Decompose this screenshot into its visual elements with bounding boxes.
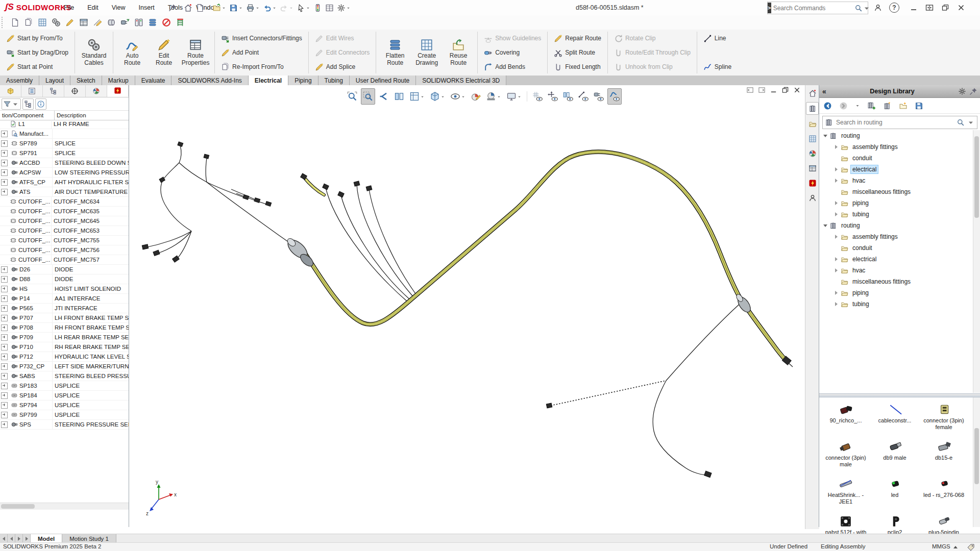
tab-piping[interactable]: Piping (288, 76, 318, 85)
open-button[interactable] (211, 1, 227, 14)
forward-button[interactable] (839, 102, 848, 110)
child-minimize-icon[interactable] (770, 86, 777, 94)
dock-pane-left-icon[interactable] (746, 86, 754, 94)
expand-icon[interactable] (1, 189, 8, 195)
electrical-manager-button[interactable] (8, 16, 21, 29)
command-search-input[interactable] (771, 5, 854, 12)
expand-icon[interactable] (1, 402, 8, 409)
library-item[interactable]: db9 male (871, 436, 918, 461)
model-tab-nav-next[interactable] (15, 534, 23, 543)
view-palette-tab[interactable] (806, 133, 818, 144)
zoom-to-fit-button[interactable] (346, 89, 359, 104)
minimize-button[interactable] (910, 4, 918, 12)
ribbon-repair-route-button[interactable]: Repair Route (552, 32, 603, 45)
expand-icon[interactable] (1, 179, 8, 186)
file-explorer-tab[interactable] (806, 118, 818, 130)
expand-icon[interactable] (1, 295, 8, 302)
appearances-scenes-tab[interactable] (806, 147, 818, 159)
model-tab-nav-prev[interactable] (8, 534, 15, 543)
expand-icon[interactable] (1, 286, 8, 292)
library-item[interactable]: cableconstr... (871, 398, 918, 424)
library-search-caret-icon[interactable] (967, 118, 975, 127)
child-restore-icon[interactable] (781, 86, 789, 94)
hide-show-items-button[interactable] (449, 89, 467, 104)
tree-item-piping[interactable]: piping (819, 197, 972, 209)
insert-cylinder-button[interactable] (104, 16, 118, 29)
back-button[interactable] (823, 102, 832, 110)
feature-manager-tab[interactable] (0, 85, 21, 97)
ribbon-create-drawing-button[interactable]: CreateDrawing (411, 36, 443, 69)
model-tab-motion-study-1[interactable]: Motion Study 1 (62, 534, 116, 543)
expand-icon[interactable] (1, 412, 8, 418)
solidworks-electrical-tab[interactable] (806, 177, 818, 189)
forum-tab[interactable] (806, 192, 818, 204)
expand-icon[interactable] (1, 140, 8, 147)
table-row[interactable]: ACPSWLOW STEERING PRESSURE SW (0, 168, 129, 178)
collapse-pane-icon[interactable]: « (822, 87, 826, 95)
unarchive-environment-button[interactable] (21, 16, 35, 29)
expand-icon[interactable] (1, 421, 8, 428)
viewport-canvas[interactable]: x y z (129, 85, 805, 527)
tree-item-electrical[interactable]: electrical (819, 164, 972, 175)
units-selector[interactable]: MMGS (932, 543, 958, 549)
menu-file[interactable]: File (57, 0, 81, 15)
table-row[interactable]: P732_CPLEFT SIDE MARKER/TURN LI (0, 362, 129, 371)
table-row[interactable]: SP791SPLICE (0, 148, 129, 158)
restore-button[interactable] (941, 4, 949, 12)
electrical-manager-tab[interactable] (107, 85, 129, 97)
expand-icon[interactable] (1, 392, 8, 399)
table-row[interactable]: P710RH REAR BRAKE TEMP SENS (0, 342, 129, 352)
expand-levels-button[interactable] (22, 98, 34, 110)
expand-icon[interactable] (1, 150, 8, 157)
show-points-button[interactable] (546, 89, 559, 104)
tag-icon[interactable] (967, 543, 975, 551)
tab-electrical[interactable]: Electrical (249, 76, 288, 85)
edit-appearance-button[interactable] (469, 89, 482, 104)
tab-markup[interactable]: Markup (102, 76, 135, 85)
table-row[interactable]: CUTOFF_...CUTOFF_MC653 (0, 226, 129, 236)
select-button[interactable] (296, 1, 311, 14)
table-row[interactable]: SP184USPLICE (0, 391, 129, 400)
library-item[interactable]: HeatShrink... - JEE1 (822, 473, 869, 505)
menu-view[interactable]: View (105, 0, 132, 15)
origin-destination-button[interactable] (118, 16, 132, 29)
library-item[interactable]: pclip2 (871, 510, 918, 536)
ribbon-flatten-route-button[interactable]: FlattenRoute (379, 36, 411, 69)
table-row[interactable]: SP799USPLICE (0, 410, 129, 420)
home-button[interactable] (183, 1, 193, 14)
ribbon-covering-button[interactable]: Covering (482, 46, 522, 59)
close-button[interactable] (957, 4, 965, 12)
library-item[interactable]: connector (3pin) female (920, 398, 967, 431)
filter-button[interactable] (2, 98, 21, 110)
table-row[interactable]: D26DIODE (0, 265, 129, 274)
show-sketches-button[interactable] (577, 89, 590, 104)
table-row[interactable]: P565JTI INTERFACE (0, 304, 129, 313)
expand-icon[interactable] (1, 276, 8, 283)
model-tab-nav-first[interactable] (0, 534, 8, 543)
custom-properties-tab[interactable] (806, 162, 818, 174)
table-row[interactable]: CUTOFF_...CUTOFF_MC635 (0, 207, 129, 216)
tree-scrollbar[interactable] (973, 130, 980, 393)
menu-insert[interactable]: Insert (132, 0, 161, 15)
ribbon-add-bends-button[interactable]: Add Bends (482, 60, 527, 73)
info-button[interactable] (35, 98, 46, 110)
table-row[interactable]: SP789SPLICE (0, 139, 129, 148)
ribbon-add-splice-button[interactable]: Add Splice (313, 60, 357, 73)
tree-item-assembly-fittings[interactable]: assembly fittings (819, 231, 972, 242)
ribbon-line-button[interactable]: Line (701, 32, 728, 45)
tree-item-routing[interactable]: routing (819, 130, 972, 141)
library-item[interactable]: led - rs_276-068 (920, 473, 967, 498)
model-tab-nav-last[interactable] (23, 534, 31, 543)
ribbon-edit-route-button[interactable]: EditRoute (148, 36, 180, 69)
tree-scrollbar-thumb[interactable] (974, 136, 979, 218)
toolbar-grip[interactable] (2, 17, 6, 28)
tree-item-tubing[interactable]: tubing (819, 298, 972, 310)
account-icon[interactable] (874, 4, 882, 12)
hscrollbar-thumb[interactable] (1, 504, 35, 509)
table-row[interactable]: CUTOFF_...CUTOFF_MC757 (0, 255, 129, 265)
print-button[interactable] (245, 1, 261, 14)
table-row[interactable]: ACCBDSTEERING BLEED DOWN SOL (0, 158, 129, 168)
library-search-icon[interactable] (957, 118, 965, 127)
library-item[interactable]: 90_richco_... (822, 398, 869, 424)
pane-pin-icon[interactable] (969, 87, 977, 95)
